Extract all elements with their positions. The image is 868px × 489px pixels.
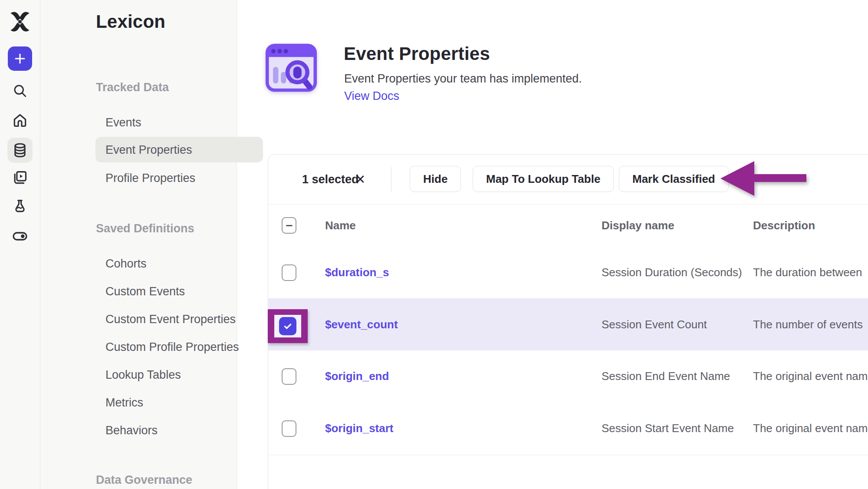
section-saved-definitions: Saved Definitions [96, 222, 194, 235]
section-tracked-data: Tracked Data [96, 81, 169, 94]
row-checkbox[interactable] [282, 264, 296, 281]
plus-icon [8, 46, 32, 71]
sidebar-item-behaviors[interactable]: Behaviors [105, 423, 158, 438]
sidebar-item-profile-properties[interactable]: Profile Properties [105, 171, 195, 185]
sidebar-item-custom-event-properties[interactable]: Custom Event Properties [105, 312, 236, 327]
indeterminate-dash [286, 225, 293, 226]
sidebar-item-custom-events[interactable]: Custom Events [105, 284, 185, 299]
display-name-cell: Session Start Event Name [602, 402, 734, 455]
icon-rail [0, 0, 40, 489]
sidebar-item-custom-profile-properties[interactable]: Custom Profile Properties [105, 340, 239, 354]
sidebar-item-event-properties[interactable]: Event Properties [105, 142, 192, 157]
property-name-link[interactable]: $origin_end [325, 350, 389, 402]
sidebar-item-lookup-tables[interactable]: Lookup Tables [105, 367, 181, 382]
search-icon[interactable] [12, 83, 28, 99]
select-all-checkbox[interactable] [282, 217, 296, 234]
sidebar-item-events[interactable]: Events [105, 115, 141, 130]
annotation-inner [274, 315, 301, 337]
clear-selection-icon[interactable]: ✕ [355, 155, 365, 204]
view-docs-link[interactable]: View Docs [344, 89, 399, 103]
mark-classified-button[interactable]: Mark Classified [619, 166, 729, 192]
page-title: Event Properties [344, 43, 490, 64]
row-checkbox-checked[interactable] [279, 317, 296, 335]
description-cell: The original event nam [753, 350, 868, 402]
experiments-flask-icon[interactable] [12, 198, 28, 215]
page-subtitle: Event Properties your team has implement… [344, 72, 582, 86]
column-header-display-name[interactable]: Display name [602, 204, 674, 247]
selection-count: 1 selected [302, 155, 359, 204]
column-header-name[interactable]: Name [325, 204, 356, 247]
lexicon-sidebar: Lexicon Tracked Data Events Event Proper… [40, 0, 237, 489]
section-data-governance: Data Governance [96, 473, 192, 487]
description-cell: The number of events [753, 298, 863, 350]
table-row[interactable]: $duration_s Session Duration (Seconds) T… [268, 247, 868, 299]
property-name-link[interactable]: $event_count [325, 298, 398, 350]
rail-item-data[interactable] [7, 138, 33, 163]
event-properties-table-card: 1 selected ✕ Hide Map To Lookup Table Ma… [268, 154, 868, 489]
table-row[interactable]: $origin_start Session Start Event Name T… [268, 402, 868, 455]
table-row-selected[interactable]: $event_count Session Event Count The num… [268, 298, 868, 351]
checkbox-annotation-highlight [268, 309, 308, 343]
hide-button[interactable]: Hide [410, 166, 461, 192]
mixpanel-logo-icon [9, 10, 31, 33]
column-header-description[interactable]: Description [753, 204, 815, 247]
event-properties-illustration-icon [265, 41, 318, 94]
toolbar-divider [391, 167, 391, 192]
database-icon [7, 138, 33, 163]
table-row[interactable]: $origin_end Session End Event Name The o… [268, 350, 868, 403]
display-name-cell: Session Duration (Seconds) [602, 247, 742, 298]
feature-flags-toggle-icon[interactable] [11, 228, 29, 245]
table-header-row: Name Display name Description [268, 204, 868, 247]
property-name-link[interactable]: $duration_s [325, 247, 389, 298]
sidebar-item-metrics[interactable]: Metrics [105, 395, 143, 410]
property-name-link[interactable]: $origin_start [325, 402, 394, 455]
check-icon [282, 320, 293, 332]
arrow-annotation [720, 161, 807, 198]
sidebar-title: Lexicon [96, 11, 165, 32]
row-checkbox[interactable] [282, 420, 296, 437]
home-icon[interactable] [12, 112, 28, 129]
sidebar-item-cohorts[interactable]: Cohorts [105, 256, 147, 271]
map-to-lookup-table-button[interactable]: Map To Lookup Table [473, 166, 614, 192]
display-name-cell: Session Event Count [602, 298, 707, 350]
display-name-cell: Session End Event Name [602, 350, 730, 402]
description-cell: The original event nam [753, 402, 868, 455]
row-checkbox[interactable] [282, 368, 296, 385]
create-button[interactable] [8, 46, 32, 71]
description-cell: The duration between [753, 247, 862, 298]
boards-icon[interactable] [12, 169, 28, 186]
